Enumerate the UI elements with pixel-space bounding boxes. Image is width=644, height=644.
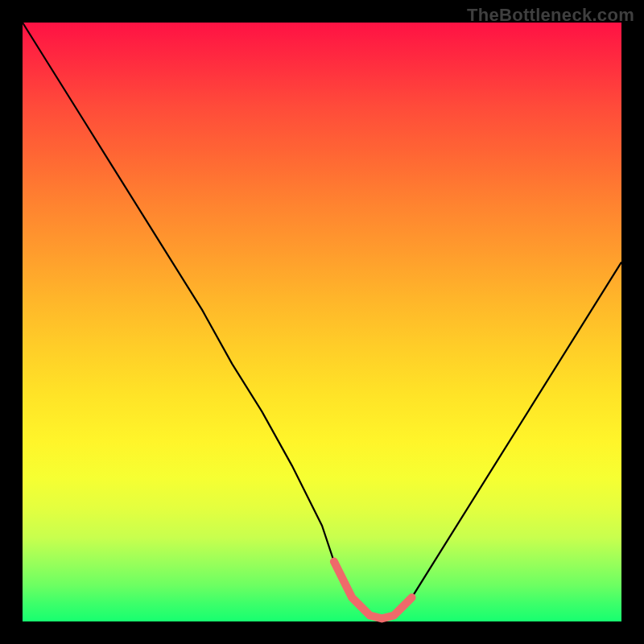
bottleneck-curve-svg — [23, 23, 621, 621]
bottleneck-curve — [23, 23, 621, 618]
watermark-text: TheBottleneck.com — [467, 5, 634, 26]
plot-area — [23, 23, 621, 621]
trough-highlight — [334, 562, 412, 619]
chart-frame: TheBottleneck.com — [0, 0, 644, 644]
